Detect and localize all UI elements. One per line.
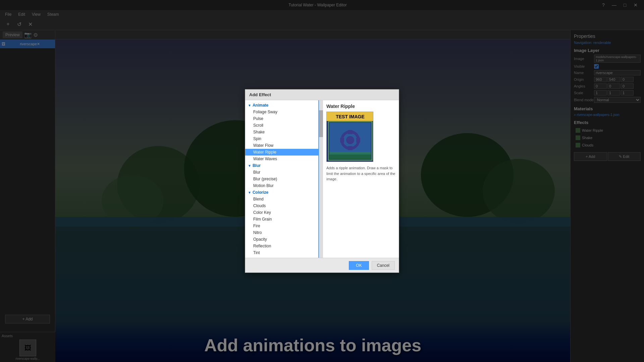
svg-rect-18 xyxy=(356,138,360,142)
effect-fire[interactable]: Fire xyxy=(245,223,318,229)
selected-effect-title: Water Ripple xyxy=(326,104,395,109)
modal-footer: OK Cancel xyxy=(245,258,399,273)
effect-water-ripple[interactable]: Water Ripple xyxy=(245,149,318,156)
effect-detail-panel: Water Ripple TEST IMAGE xyxy=(323,100,399,258)
effect-spin[interactable]: Spin xyxy=(245,135,318,142)
effect-tint[interactable]: Tint xyxy=(245,249,318,256)
chevron-down-icon-colorize: ▼ xyxy=(248,191,251,194)
scrollbar-thumb[interactable] xyxy=(319,110,323,137)
svg-point-14 xyxy=(346,136,354,144)
effect-pulse[interactable]: Pulse xyxy=(245,115,318,122)
effect-nitro[interactable]: Nitro xyxy=(245,229,318,236)
chevron-down-icon-blur: ▼ xyxy=(248,164,251,168)
category-animate[interactable]: ▼ Animate xyxy=(245,102,318,109)
effect-blur[interactable]: Blur xyxy=(245,169,318,176)
effect-film-grain[interactable]: Film Grain xyxy=(245,216,318,223)
svg-rect-17 xyxy=(340,138,344,142)
effect-list: ▼ Animate Foliage Sway Pulse Scroll Shak… xyxy=(245,100,319,258)
list-scrollbar[interactable] xyxy=(319,100,323,258)
effect-scroll[interactable]: Scroll xyxy=(245,122,318,129)
svg-rect-15 xyxy=(348,130,353,134)
chevron-down-icon: ▼ xyxy=(248,104,251,107)
effect-opacity[interactable]: Opacity xyxy=(245,236,318,243)
effect-motion-blur[interactable]: Motion Blur xyxy=(245,182,318,189)
effect-water-waves[interactable]: Water Waves xyxy=(245,156,318,162)
effect-clouds[interactable]: Clouds xyxy=(245,202,318,209)
modal-header: Add Effect xyxy=(245,89,399,100)
effect-foliage-sway[interactable]: Foliage Sway xyxy=(245,109,318,115)
modal-title: Add Effect xyxy=(249,92,271,97)
effect-water-flow[interactable]: Water Flow xyxy=(245,142,318,149)
modal-overlay[interactable]: Add Effect ▼ Animate Foliage Sway Pulse … xyxy=(0,0,644,362)
ok-button[interactable]: OK xyxy=(349,261,369,270)
svg-text:TEST IMAGE: TEST IMAGE xyxy=(336,114,365,119)
add-effect-modal: Add Effect ▼ Animate Foliage Sway Pulse … xyxy=(245,89,399,273)
effect-reflection[interactable]: Reflection xyxy=(245,243,318,249)
svg-rect-20 xyxy=(329,155,371,159)
preview-img-container: TEST IMAGE xyxy=(327,112,373,162)
category-blur[interactable]: ▼ Blur xyxy=(245,162,318,169)
svg-rect-16 xyxy=(348,146,353,150)
effect-description: Adds a ripple animation. Draw a mask to … xyxy=(326,165,395,182)
modal-body: ▼ Animate Foliage Sway Pulse Scroll Shak… xyxy=(245,100,399,258)
effect-blur-precise[interactable]: Blur (precise) xyxy=(245,176,318,182)
effect-color-key[interactable]: Color Key xyxy=(245,209,318,216)
effect-blend[interactable]: Blend xyxy=(245,196,318,202)
effect-shake[interactable]: Shake xyxy=(245,129,318,135)
cancel-button[interactable]: Cancel xyxy=(372,261,395,270)
category-colorize[interactable]: ▼ Colorize xyxy=(245,189,318,196)
effect-preview-image: TEST IMAGE xyxy=(326,112,373,162)
